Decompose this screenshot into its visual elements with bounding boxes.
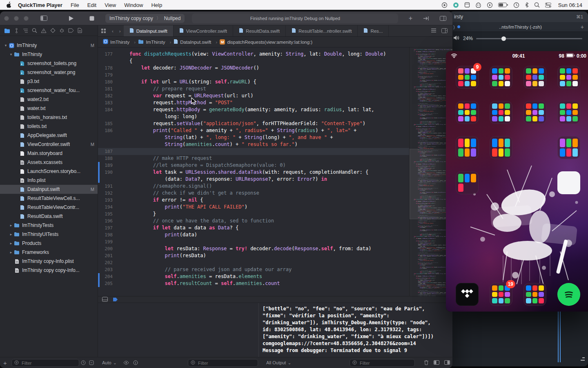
sidebar-item[interactable]: ResultData.swift (0, 212, 98, 221)
code-line[interactable]: 196 // once we have the data, sed to fun… (98, 218, 409, 224)
sidebar-item[interactable]: water.txt (0, 104, 98, 113)
sidebar-item[interactable]: ImThirstyTests (0, 221, 98, 230)
variables-pane-toggle-icon[interactable] (434, 360, 439, 366)
code-line[interactable]: 188 // make HTTP request (98, 155, 409, 162)
sidebar-item[interactable]: toilets.txt (0, 122, 98, 131)
code-line[interactable]: 185 request.setValue("application/json",… (98, 120, 409, 127)
menu-edit[interactable]: Edit (83, 2, 100, 8)
spotlight-icon[interactable] (534, 2, 540, 8)
navigator-filter-field[interactable] (11, 359, 79, 367)
terminal-titlebar[interactable]: irsty ⌘1 (449, 11, 588, 22)
menu-view[interactable]: View (100, 2, 120, 8)
sidebar-item[interactable]: ResultTableViewContr... (0, 203, 98, 212)
code-line[interactable]: 177 func dispatchRequests(view: ViewCont… (98, 51, 409, 58)
sidebar-item[interactable]: ResultTableViewCell.s... (0, 194, 98, 203)
editor-tab[interactable]: ResultData.swift (233, 25, 286, 36)
breadcrumb-item[interactable]: ImThirsty (103, 39, 136, 45)
editor-tab[interactable]: DataInput.swift (124, 25, 174, 36)
code-line[interactable]: 192 // check if we didn't get a response (98, 190, 409, 197)
move-right-icon[interactable] (421, 15, 431, 22)
breadcrumb-item[interactable]: MdispatchRequests(view:amenity:lat:long:… (220, 39, 312, 45)
zoom-button[interactable] (24, 16, 29, 21)
add-item-icon[interactable]: + (407, 15, 414, 22)
sidebar-item[interactable]: ImThirsty (0, 50, 98, 59)
console-pane-icon[interactable] (102, 296, 108, 303)
variables-filter-input[interactable] (197, 360, 255, 366)
editor-list-icon[interactable] (431, 28, 437, 34)
find-icon[interactable] (32, 28, 37, 33)
code-line[interactable]: 194 print("THE API CALL FAILED") (98, 204, 409, 211)
code-line[interactable]: long: long) (98, 113, 409, 120)
console-pane-toggle-icon[interactable] (444, 360, 450, 366)
volume-slider[interactable] (476, 38, 582, 39)
code-line[interactable]: 205 self.resultCount = self.amenities.co… (98, 280, 409, 287)
disclosure-open-icon[interactable] (3, 43, 8, 47)
apple-menu-icon[interactable] (6, 2, 11, 8)
code-line[interactable]: 203 // parse received json and update ou… (98, 266, 409, 273)
source-control-icon[interactable] (14, 28, 19, 34)
issues-icon[interactable] (41, 28, 47, 33)
code-line[interactable]: 178 let decoder: JSONDecoder = JSONDecod… (98, 65, 409, 72)
tests-icon[interactable] (50, 28, 56, 33)
sidebar-item[interactable]: screenshot_water_fou... (0, 86, 98, 95)
variables-filter-field[interactable] (188, 359, 258, 367)
battery-icon[interactable] (498, 2, 508, 7)
menu-file[interactable]: File (67, 2, 83, 8)
code-line[interactable]: { (98, 58, 409, 65)
code-line[interactable]: 190 let task = URLSession.shared.dataTas… (98, 169, 409, 176)
tab-overview-icon[interactable] (98, 25, 109, 36)
sidebar-item[interactable]: Frameworks (0, 248, 98, 257)
history-icon[interactable] (513, 2, 519, 8)
forward-icon[interactable]: › (116, 25, 124, 36)
menu-bar-clock[interactable]: Sun 06:14 (557, 2, 582, 8)
menu-help[interactable]: Help (147, 2, 166, 8)
volume-knob[interactable] (501, 36, 506, 41)
sidebar-item[interactable]: p3.txt (0, 77, 98, 86)
editor-tab[interactable]: ViewController.swift (174, 25, 233, 36)
teal-app-icon[interactable] (453, 2, 459, 8)
new-tab-button[interactable]: + (581, 24, 584, 30)
code-line[interactable]: 186 print("Called " + amenity + ", radiu… (98, 127, 409, 134)
code-line[interactable]: 189 //let semaphore = DispatchSemaphore(… (98, 162, 409, 169)
navigator-filter-input[interactable] (21, 360, 76, 366)
code-line[interactable]: 193 if error != nil { (98, 197, 409, 204)
sidebar-item[interactable]: ImThirsty copy copy-Info... (0, 266, 98, 275)
code-line[interactable]: 183 request.httpMethod = "POST" (98, 99, 409, 106)
sidebar-item[interactable]: water2.txt (0, 95, 98, 104)
box-icon[interactable] (464, 2, 470, 8)
code-line[interactable]: 180 if let url = URL(string: self.rawURL… (98, 79, 409, 85)
code-line[interactable]: (data: Data?, response: URLResponse?, er… (98, 176, 409, 183)
bluetooth-icon[interactable] (525, 2, 529, 8)
editor-tab[interactable]: Res... (358, 25, 389, 36)
disclosure-closed-icon[interactable] (9, 250, 13, 254)
sidebar-item[interactable]: toilets_horaires.txt (0, 113, 98, 122)
code-line[interactable]: 191 //semaphore.signal() (98, 183, 409, 190)
info-icon[interactable] (133, 360, 138, 366)
editor-tab[interactable]: ResultTable...ntroller.swift (286, 25, 358, 36)
trash-icon[interactable] (424, 360, 429, 366)
disclosure-closed-icon[interactable] (9, 232, 13, 236)
editor-layout-icon[interactable] (438, 15, 448, 22)
code-line[interactable]: String(amenities.count) + " results so f… (98, 141, 409, 148)
control-center-icon[interactable] (545, 2, 551, 8)
run-button[interactable] (67, 16, 76, 21)
code-line[interactable]: 200 let resData: Response = try! decoder… (98, 245, 409, 252)
xcode-window[interactable]: ImThirsty copy copy 〉 Nullped Finished r… (0, 11, 452, 368)
code-editor[interactable]: 177 func dispatchRequests(view: ViewCont… (98, 47, 409, 296)
sidebar-item[interactable]: Assets.xcassets (0, 158, 98, 167)
quicktime-window[interactable]: 09:41 98 0:00 9 19 (446, 51, 588, 312)
code-line[interactable]: 204 self.amenities = resData.elements (98, 273, 409, 280)
sidebar-item[interactable]: Products (0, 239, 98, 248)
code-line[interactable]: 197 if let data = data as Data? { (98, 224, 409, 231)
code-line[interactable]: 187 (98, 148, 409, 155)
sidebar-item[interactable]: LaunchScreen.storybo... (0, 167, 98, 176)
sourcecontrol-filter-icon[interactable] (89, 360, 94, 366)
terminal-tab[interactable]: ..nts/ImThirsty (-zsh) (463, 25, 578, 29)
disclosure-open-icon[interactable] (9, 52, 13, 56)
code-line[interactable]: 202 (98, 259, 409, 266)
sidebar-toggle-icon[interactable] (38, 16, 49, 21)
sidebar-item[interactable]: ImThirstyUITests (0, 230, 98, 239)
console-divider[interactable] (258, 303, 259, 357)
stop-button[interactable] (87, 16, 96, 21)
project-navigator-icon[interactable] (4, 28, 10, 33)
